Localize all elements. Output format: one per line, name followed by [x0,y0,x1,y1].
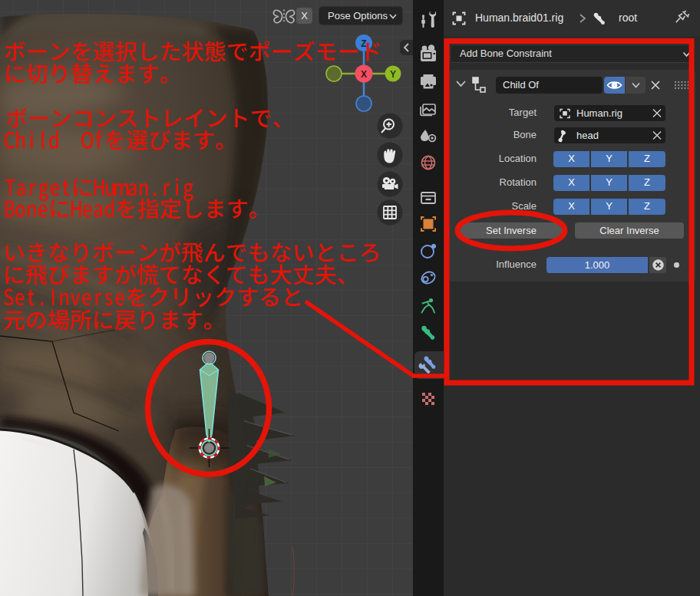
svg-text:Z: Z [361,38,366,49]
svg-text:Y: Y [390,69,396,80]
svg-text:X: X [361,69,367,80]
